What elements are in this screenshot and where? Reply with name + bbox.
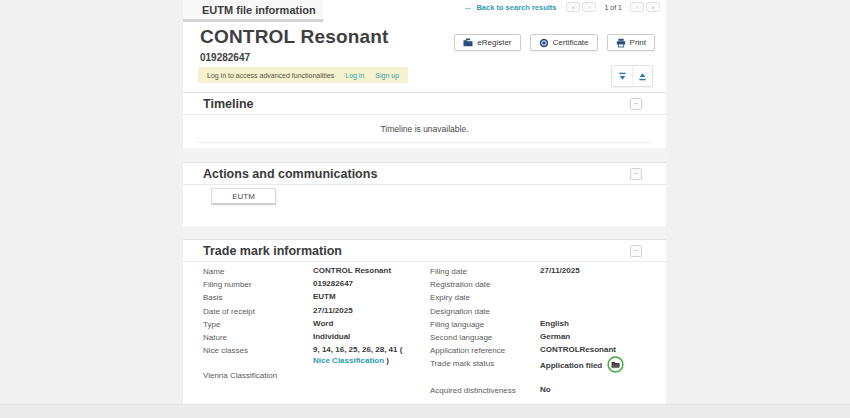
actions-communications-section: Actions and communications − EUTM [183, 162, 666, 226]
field-value: Word [313, 319, 410, 330]
tab-label: EUTM file information [202, 4, 316, 16]
field-label: Type [203, 319, 313, 329]
field-value: 9, 14, 16, 25, 26, 28, 41 ( Nice Classif… [313, 345, 410, 367]
field-label: Date of receipt [203, 306, 313, 316]
field-value: No [540, 385, 653, 396]
field-value: CONTROL Resonant [313, 266, 410, 277]
collapse-timeline-button[interactable]: − [630, 98, 642, 110]
certificate-label: Certificate [553, 38, 589, 47]
field-value: German [540, 332, 653, 343]
trademark-information-section: Trade mark information − NameCONTROL Res… [183, 239, 666, 404]
eregister-button[interactable]: eRegister [454, 34, 520, 51]
field-label: Name [203, 266, 313, 276]
trademark-field-row: Trade mark statusApplication filed [430, 358, 653, 373]
login-message: Log in to access advanced functionalitie… [207, 72, 334, 79]
page-count: 1 of 1 [604, 4, 622, 11]
trademark-field-row: Filing date27/11/2025 [430, 266, 653, 279]
field-label: Vienna Classification [203, 370, 313, 380]
content-column: EUTM file information ← Back to search r… [183, 0, 666, 404]
field-label: Filing date [430, 266, 540, 276]
field-value: EUTM [313, 292, 410, 303]
collapse-trademark-button[interactable]: − [630, 245, 642, 257]
trademark-fields-left-column: NameCONTROL ResonantFiling number0192826… [203, 266, 410, 383]
page-title: CONTROL Resonant [200, 26, 389, 48]
field-label: Second language [430, 332, 540, 342]
trademark-field-row: NatureIndividual [203, 332, 410, 345]
back-to-search-results-link[interactable]: ← Back to search results [463, 3, 556, 12]
field-label: Designation date [430, 306, 540, 316]
timeline-section-header: Timeline − [183, 92, 666, 115]
tab-eutm-file-information[interactable]: EUTM file information [183, 0, 323, 22]
trademark-field-row: BasisEUTM [203, 292, 410, 305]
divider [197, 142, 652, 143]
field-value: 019282647 [313, 279, 410, 290]
field-value: English [540, 319, 653, 330]
actions-section-header: Actions and communications − [183, 162, 666, 185]
print-button[interactable]: Print [607, 34, 655, 51]
login-link[interactable]: Log in [345, 72, 364, 79]
first-page-button[interactable]: « [566, 2, 580, 12]
results-navigation: ← Back to search results « ‹ 1 of 1 › » [463, 2, 660, 12]
field-label: Expiry date [430, 292, 540, 302]
field-label: Registration date [430, 279, 540, 289]
timeline-section: Timeline − Timeline is unavailable. [183, 92, 666, 148]
field-value: Individual [313, 332, 410, 343]
collapse-all-button[interactable] [612, 66, 632, 86]
field-label: Basis [203, 292, 313, 302]
eutm-file-information-page: EUTM file information ← Back to search r… [0, 0, 850, 418]
back-link-label: Back to search results [476, 3, 556, 12]
toolbar-buttons: eRegister Certificate Print [454, 34, 655, 51]
next-page-button[interactable]: › [630, 2, 644, 12]
field-label: Nice classes [203, 345, 313, 355]
signup-link[interactable]: Sign up [375, 72, 399, 79]
trademark-field-row: NameCONTROL Resonant [203, 266, 410, 279]
trademark-field-row: Date of receipt27/11/2025 [203, 306, 410, 319]
pagination: « ‹ 1 of 1 › » [566, 2, 660, 12]
field-label: Filing number [203, 279, 313, 289]
trademark-field-row: Expiry date [430, 292, 653, 305]
field-value: CONTROLResonant [540, 345, 653, 356]
timeline-section-title: Timeline [203, 97, 253, 111]
field-label: Filing language [430, 319, 540, 329]
print-label: Print [630, 38, 646, 47]
trademark-field-row: Filing number019282647 [203, 279, 410, 292]
trademark-section-header: Trade mark information − [183, 239, 666, 262]
trademark-field-row: Filing languageEnglish [430, 319, 653, 332]
timeline-unavailable-message: Timeline is unavailable. [183, 124, 666, 134]
section-gap [183, 148, 666, 162]
last-page-button[interactable]: » [646, 2, 660, 12]
section-gap [183, 226, 666, 239]
collapse-actions-button[interactable]: − [630, 168, 642, 180]
collapse-all-icon [618, 72, 627, 81]
field-label: Application reference [430, 345, 540, 355]
trademark-field-row: Designation date [430, 306, 653, 319]
trademark-fields-right-column: Filing date27/11/2025Registration dateEx… [430, 266, 653, 399]
previous-page-button[interactable]: ‹ [582, 2, 596, 12]
field-value: 27/11/2025 [313, 306, 410, 317]
nice-classification-link[interactable]: Nice Classification [313, 356, 384, 365]
folder-icon [463, 38, 473, 47]
eregister-label: eRegister [477, 38, 511, 47]
trademark-field-row: Nice classes9, 14, 16, 25, 26, 28, 41 ( … [203, 345, 410, 367]
trademark-field-row: Vienna Classification [203, 370, 410, 383]
printer-icon [616, 38, 626, 48]
actions-section-title: Actions and communications [203, 167, 377, 181]
field-label: Nature [203, 332, 313, 342]
trademark-section-title: Trade mark information [203, 244, 342, 258]
trademark-field-row: Registration date [430, 279, 653, 292]
trademark-field-row: Second languageGerman [430, 332, 653, 345]
application-filed-folder-icon [607, 356, 624, 373]
certificate-button[interactable]: Certificate [530, 34, 598, 51]
trademark-number: 019282647 [200, 52, 250, 63]
tab-eutm[interactable]: EUTM [211, 188, 276, 205]
field-value: Application filed [540, 358, 653, 373]
expand-all-button[interactable] [632, 66, 652, 86]
trademark-field-row: Acquired distinctivenessNo [430, 385, 653, 398]
login-notice-bar: Log in to access advanced functionalitie… [198, 67, 408, 83]
back-arrow-icon: ← [463, 3, 472, 11]
field-value: 27/11/2025 [540, 266, 653, 277]
trademark-field-row: TypeWord [203, 319, 410, 332]
field-label: Acquired distinctiveness [430, 385, 540, 395]
expand-all-icon [638, 72, 647, 81]
expand-collapse-all [611, 65, 653, 87]
